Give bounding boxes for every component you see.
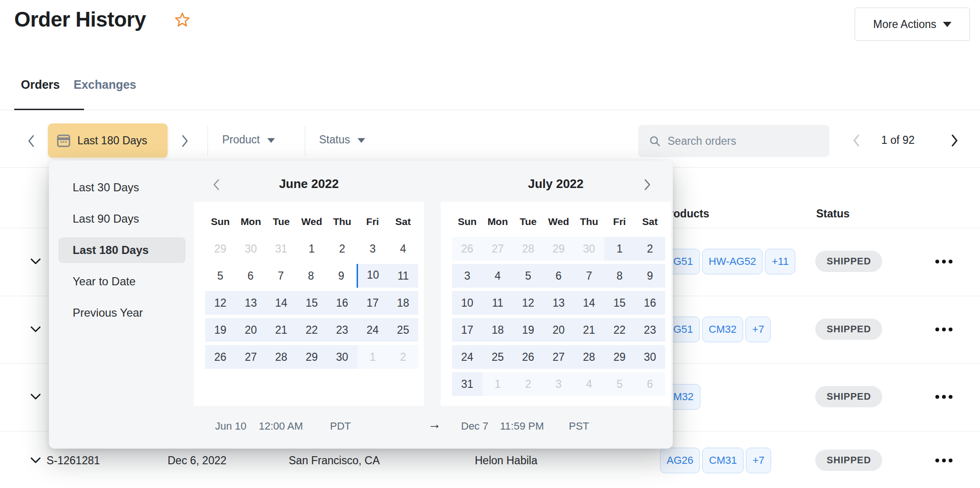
preset-last-30-days[interactable]: Last 30 Days	[58, 175, 186, 200]
end-date-value[interactable]: Dec 7	[461, 420, 488, 432]
day-cell[interactable]: 26	[452, 237, 482, 261]
product-badge[interactable]: +7	[746, 448, 771, 473]
day-cell[interactable]: 20	[236, 318, 266, 342]
day-cell[interactable]: 27	[543, 345, 574, 369]
day-cell[interactable]: 21	[574, 318, 604, 342]
row-expand-chevron[interactable]	[29, 326, 42, 333]
day-cell[interactable]: 27	[236, 345, 266, 369]
day-cell[interactable]: 24	[452, 345, 482, 369]
row-actions-menu[interactable]	[935, 395, 952, 399]
start-timezone-value[interactable]: PDT	[330, 420, 351, 432]
day-cell[interactable]: 14	[574, 291, 604, 315]
day-cell[interactable]: 26	[513, 345, 543, 369]
day-cell[interactable]: 25	[482, 345, 513, 369]
row-expand-chevron[interactable]	[29, 258, 42, 265]
day-cell[interactable]: 8	[296, 264, 326, 288]
day-cell[interactable]: 15	[296, 291, 327, 315]
day-cell[interactable]: 17	[452, 318, 482, 342]
preset-last-180-days[interactable]: Last 180 Days	[58, 237, 186, 263]
day-cell[interactable]: 10	[452, 291, 482, 315]
day-cell[interactable]: 30	[236, 237, 266, 261]
day-cell[interactable]: 1	[296, 237, 327, 261]
day-cell[interactable]: 31	[266, 237, 296, 261]
day-cell[interactable]: 14	[266, 291, 296, 315]
product-filter-dropdown[interactable]: Product	[222, 133, 275, 146]
day-cell[interactable]: 20	[543, 318, 574, 342]
day-cell[interactable]: 4	[388, 237, 418, 261]
preset-last-90-days[interactable]: Last 90 Days	[58, 206, 186, 232]
product-badge[interactable]: AG26	[660, 448, 700, 473]
day-cell[interactable]: 28	[574, 345, 604, 369]
day-cell[interactable]: 30	[574, 237, 604, 261]
day-cell[interactable]: 5	[604, 372, 635, 396]
product-badge[interactable]: CM31	[702, 448, 744, 473]
day-cell[interactable]: 2	[388, 345, 418, 369]
day-cell[interactable]: 2	[327, 237, 358, 261]
search-input[interactable]	[668, 135, 829, 148]
day-cell[interactable]: 30	[635, 345, 665, 369]
day-cell[interactable]: 23	[327, 318, 358, 342]
date-next-chevron[interactable]	[179, 133, 190, 149]
day-cell[interactable]: 7	[574, 264, 604, 288]
day-cell[interactable]: 31	[452, 372, 482, 396]
preset-previous-year[interactable]: Previous Year	[58, 300, 186, 326]
day-cell[interactable]: 11	[388, 264, 418, 288]
day-cell[interactable]: 21	[266, 318, 296, 342]
day-cell[interactable]: 8	[604, 264, 635, 288]
day-cell[interactable]: 3	[452, 264, 482, 288]
calendar-prev-month-icon[interactable]	[210, 178, 223, 192]
day-cell[interactable]: 4	[574, 372, 604, 396]
pagination-next-chevron[interactable]	[949, 132, 960, 149]
day-cell[interactable]: 5	[513, 264, 543, 288]
day-cell[interactable]: 29	[296, 345, 327, 369]
day-cell[interactable]: 19	[205, 318, 236, 342]
start-date-value[interactable]: Jun 10	[215, 420, 246, 432]
more-actions-button[interactable]: More Actions	[855, 8, 970, 41]
product-badge[interactable]: +11	[765, 249, 795, 274]
product-badge[interactable]: +7	[745, 317, 771, 342]
day-cell[interactable]: 1	[604, 237, 635, 261]
day-cell[interactable]: 22	[604, 318, 635, 342]
row-actions-menu[interactable]	[935, 328, 952, 331]
day-cell[interactable]: 6	[543, 264, 574, 288]
day-cell[interactable]: 12	[205, 291, 236, 315]
row-expand-chevron[interactable]	[29, 457, 42, 464]
date-range-filter-button[interactable]: Last 180 Days	[48, 123, 168, 158]
day-cell[interactable]: 29	[604, 345, 635, 369]
product-badge[interactable]: HW-AG52	[702, 249, 763, 274]
day-cell[interactable]: 6	[236, 264, 266, 288]
day-cell[interactable]: 7	[265, 264, 296, 288]
day-cell[interactable]: 1	[358, 345, 388, 369]
day-cell[interactable]: 28	[266, 345, 296, 369]
product-badge[interactable]: CM32	[702, 317, 744, 342]
day-cell[interactable]: 25	[388, 318, 418, 342]
row-actions-menu[interactable]	[935, 459, 952, 462]
row-actions-menu[interactable]	[935, 260, 952, 263]
day-cell[interactable]: 2	[513, 372, 543, 396]
start-time-value[interactable]: 12:00 AM	[259, 420, 303, 432]
day-cell[interactable]: 13	[543, 291, 574, 315]
day-cell[interactable]: 22	[296, 318, 327, 342]
day-cell[interactable]: 28	[513, 237, 543, 261]
day-cell[interactable]: 6	[635, 372, 665, 396]
day-cell[interactable]: 23	[635, 318, 665, 342]
day-cell[interactable]: 29	[543, 237, 574, 261]
day-cell[interactable]: 29	[205, 237, 236, 261]
end-timezone-value[interactable]: PST	[569, 420, 589, 432]
pagination-prev-chevron[interactable]	[851, 132, 862, 149]
day-cell[interactable]: 17	[358, 291, 388, 315]
day-cell[interactable]: 30	[327, 345, 358, 369]
day-cell[interactable]: 3	[358, 237, 388, 261]
day-cell[interactable]: 9	[635, 264, 665, 288]
favorite-star-icon[interactable]	[174, 11, 191, 28]
day-cell[interactable]: 2	[635, 237, 665, 261]
tab-orders[interactable]: Orders	[21, 78, 60, 92]
day-cell[interactable]: 13	[236, 291, 266, 315]
day-cell[interactable]: 18	[388, 291, 418, 315]
date-prev-chevron[interactable]	[26, 133, 37, 149]
tab-exchanges[interactable]: Exchanges	[74, 78, 136, 92]
day-cell[interactable]: 1	[482, 372, 513, 396]
end-time-value[interactable]: 11:59 PM	[500, 420, 544, 432]
calendar-next-month-icon[interactable]	[641, 178, 653, 192]
status-filter-dropdown[interactable]: Status	[319, 133, 365, 146]
